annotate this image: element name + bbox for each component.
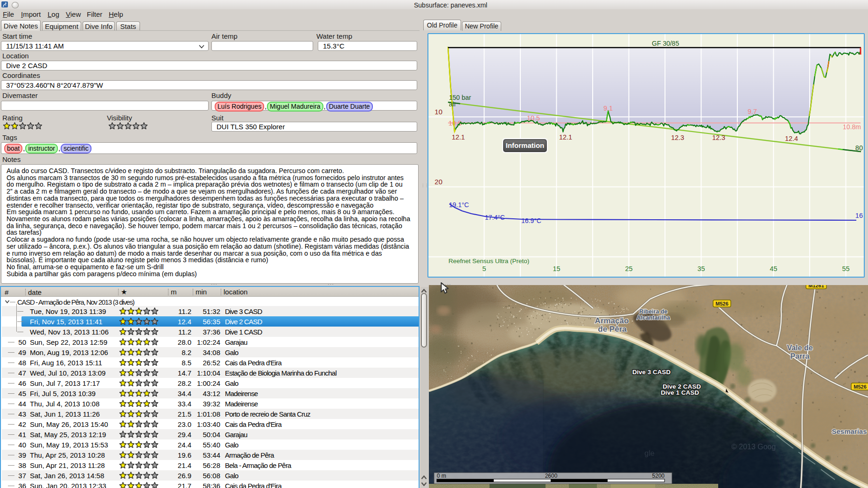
svg-text:de Pêra: de Pêra	[598, 325, 627, 334]
svg-text:12.4: 12.4	[785, 135, 798, 142]
svg-text:25: 25	[625, 265, 632, 272]
svg-text:Armação: Armação	[595, 316, 629, 325]
svg-text:35: 35	[697, 265, 705, 272]
svg-text:12.3: 12.3	[712, 134, 725, 141]
svg-text:Parra: Parra	[791, 352, 810, 360]
svg-text:5: 5	[482, 265, 486, 272]
svg-text:M526: M526	[854, 384, 867, 390]
svg-text:Sesmarias: Sesmarias	[832, 427, 867, 435]
svg-text:9.1: 9.1	[603, 105, 613, 112]
svg-text:17.4°C: 17.4°C	[485, 214, 505, 221]
svg-text:12.1: 12.1	[559, 133, 572, 141]
svg-text:9.7: 9.7	[748, 108, 757, 115]
svg-text:Vale de: Vale de	[787, 344, 812, 352]
svg-text:Information: Information	[506, 141, 545, 149]
svg-text:gle: gle	[644, 449, 654, 457]
svg-text:12.1: 12.1	[452, 133, 465, 141]
svg-text:15: 15	[553, 265, 560, 272]
svg-text:16.9°C: 16.9°C	[521, 217, 541, 224]
svg-text:Ribeira de: Ribeira de	[639, 308, 667, 315]
svg-text:5200: 5200	[652, 473, 665, 479]
svg-text:2600: 2600	[545, 473, 558, 479]
svg-text:20: 20	[434, 178, 442, 186]
svg-text:Alcantarilha: Alcantarilha	[637, 314, 671, 321]
svg-text:10.5: 10.5	[527, 114, 540, 122]
svg-text:M526: M526	[715, 301, 728, 307]
svg-text:80: 80	[855, 144, 863, 152]
svg-text:0 m: 0 m	[437, 473, 446, 479]
svg-text:10.8m: 10.8m	[843, 123, 861, 131]
svg-text:air: air	[449, 100, 456, 108]
svg-text:© 2013 Goog: © 2013 Goog	[731, 443, 776, 451]
svg-text:Dive 1 CASD: Dive 1 CASD	[661, 389, 699, 396]
svg-text:Dive 3 CASD: Dive 3 CASD	[632, 369, 671, 376]
svg-text:19.1°C: 19.1°C	[449, 201, 469, 209]
svg-text:45: 45	[770, 265, 777, 272]
svg-text:12.3: 12.3	[671, 134, 684, 141]
svg-text:M1261: M1261	[808, 285, 824, 288]
svg-text:10: 10	[434, 108, 442, 116]
svg-text:GF 30/85: GF 30/85	[652, 40, 679, 47]
svg-text:55: 55	[842, 265, 849, 272]
svg-text:Reefnet Sensus Ultra (Preto): Reefnet Sensus Ultra (Preto)	[448, 258, 529, 265]
svg-text:16: 16	[855, 212, 863, 219]
